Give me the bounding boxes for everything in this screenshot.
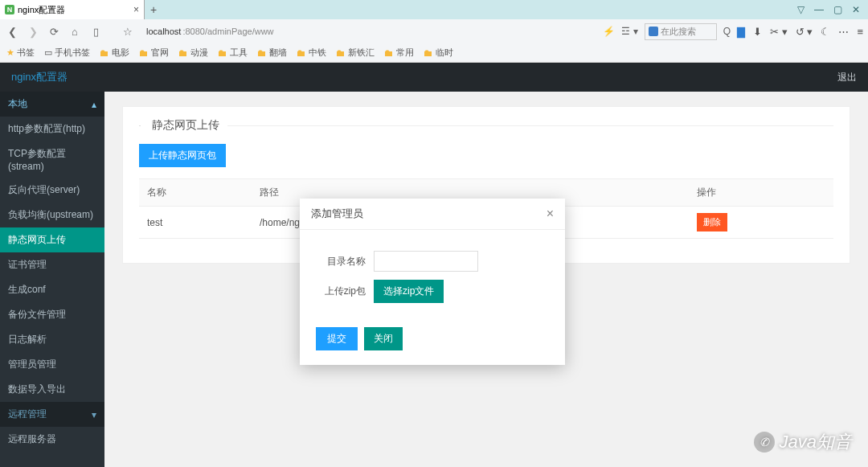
sidebar-item[interactable]: 备份文件管理 [0,302,104,327]
logout-link[interactable]: 退出 [837,71,857,84]
bookmark-item[interactable]: 🖿官网 [139,47,169,59]
nav-refresh-icon[interactable]: ⟳ [47,26,61,38]
window-maximize-icon[interactable]: ▢ [833,4,842,15]
nav-readmode-icon[interactable]: ▯ [88,26,103,38]
more-icon[interactable]: ⋯ [838,26,849,38]
tab-title: nginx配置器 [18,4,65,16]
folder-icon: 🖿 [336,47,346,59]
tab-favicon: N [5,5,14,14]
chevron-down-icon: ▾ [92,409,96,420]
bookmark-label: 动漫 [190,47,208,59]
scissors-icon[interactable]: ✂ ▾ [770,26,788,38]
app-header: nginx配置器 退出 [0,63,868,92]
sidebar-item[interactable]: 数据导入导出 [0,377,104,402]
tab-close-icon[interactable]: × [133,4,139,15]
modal-header: 添加管理员 × [300,199,565,230]
modal-body: 目录名称 上传zip包 选择zip文件 [300,230,565,319]
window-close-icon[interactable]: ✕ [852,4,860,15]
upload-package-button[interactable]: 上传静态网页包 [139,144,226,167]
sidebar-group-label: 远程管理 [8,408,47,421]
bookmark-label: 常用 [396,47,414,59]
window-extra-icon[interactable]: ▽ [797,4,805,15]
bookmark-item[interactable]: 🖿新铁汇 [336,47,375,59]
undo-icon[interactable]: ↺ ▾ [796,26,813,38]
bookmark-label: 手机书签 [55,47,90,59]
app-brand: nginx配置器 [11,70,68,84]
watermark: ✆ Java知音 [754,430,852,454]
window-controls: ▽ — ▢ ✕ [797,4,868,15]
browser-address-row: ❮ ❯ ⟳ ⌂ ▯ ☆ localhost:8080/adminPage/www… [0,19,868,43]
bookmark-label: 工具 [230,47,248,59]
close-button[interactable]: 关闭 [364,327,403,350]
chevron-up-icon: ▴ [92,99,96,110]
folder-icon: 🖿 [178,47,188,59]
browser-search-input[interactable]: 在此搜索 [645,23,717,40]
sidebar-item[interactable]: TCP参数配置(stream) [0,141,104,178]
bookmark-label: 书签 [17,47,35,59]
bookmark-item[interactable]: 🖿中铁 [297,47,326,59]
bookmarks-bar: ★书签▭手机书签🖿电影🖿官网🖿动漫🖿工具🖿翻墙🖿中铁🖿新铁汇🖿常用🖿临时 [0,43,868,63]
bookmark-item[interactable]: 🖿翻墙 [257,47,287,59]
sidebar-item[interactable]: 日志解析 [0,327,104,352]
zip-label: 上传zip包 [316,285,366,298]
bookmark-item[interactable]: 🖿电影 [100,47,129,59]
new-tab-button[interactable]: + [145,1,162,18]
search-engine-icon [649,27,658,36]
folder-icon: 🖿 [297,47,306,59]
dir-name-label: 目录名称 [316,255,366,268]
address-bar[interactable]: localhost:8080/adminPage/www [141,24,279,39]
bookmark-item[interactable]: 🖿临时 [424,47,453,59]
bookmark-item[interactable]: ▭手机书签 [44,47,90,59]
modal-close-icon[interactable]: × [547,207,554,221]
folder-icon: 🖿 [257,47,267,59]
delete-button[interactable]: 删除 [697,213,727,231]
add-admin-modal: 添加管理员 × 目录名称 上传zip包 选择zip文件 提交 关闭 [300,199,565,365]
flash-icon[interactable]: ⚡ [603,26,615,37]
sidebar-group-remote[interactable]: 远程管理 ▾ [0,402,104,427]
extension-icon[interactable]: ▇ [737,26,745,38]
dir-name-input[interactable] [374,251,478,272]
darkmode-icon[interactable]: ☾ [821,26,830,38]
window-minimize-icon[interactable]: — [814,4,824,15]
bookmark-label: 新铁汇 [348,47,375,59]
nav-home-icon[interactable]: ⌂ [68,26,82,38]
nav-forward-icon[interactable]: ❯ [26,26,40,38]
sidebar-group-local[interactable]: 本地 ▴ [0,92,104,117]
cell-name: test [139,207,252,239]
sidebar-item[interactable]: 负载均衡(upstream) [0,203,104,227]
modal-title: 添加管理员 [311,207,363,221]
sidebar-item[interactable]: 证书管理 [0,252,104,277]
bookmark-label: 中铁 [309,47,326,59]
nav-back-icon[interactable]: ❮ [5,26,19,38]
bookmark-label: 临时 [436,47,453,59]
download-icon[interactable]: ⬇ [753,26,762,38]
wechat-icon: ✆ [754,432,775,453]
submit-button[interactable]: 提交 [316,327,358,350]
folder-icon: 🖿 [424,47,433,59]
translate-icon[interactable]: ☲ ▾ [621,26,637,37]
bookmark-item[interactable]: 🖿动漫 [178,47,208,59]
folder-icon: 🖿 [100,47,109,59]
sidebar-item[interactable]: 管理员管理 [0,352,104,377]
search-go-icon[interactable]: Q [723,26,731,37]
folder-icon: 🖿 [384,47,394,59]
sidebar-item[interactable]: 反向代理(server) [0,178,104,203]
watermark-text: Java知音 [780,430,852,454]
table-header: 操作 [689,179,833,207]
choose-zip-button[interactable]: 选择zip文件 [374,280,444,303]
bookmark-item[interactable]: 🖿工具 [218,47,248,59]
panel-legend: 静态网页上传 [152,118,219,133]
sidebar-item[interactable]: 生成conf [0,277,104,302]
bookmark-item[interactable]: 🖿常用 [384,47,414,59]
phone-icon: ▭ [44,47,52,58]
addr-star-icon[interactable]: ☆ [121,26,135,38]
hamburger-icon[interactable]: ≡ [857,26,863,38]
sidebar-item[interactable]: http参数配置(http) [0,117,104,141]
browser-tab[interactable]: N nginx配置器 × [0,0,145,19]
sidebar-item[interactable]: 远程服务器 [0,427,104,452]
folder-icon: 🖿 [139,47,149,59]
table-header: 名称 [139,179,252,207]
sidebar-item[interactable]: 静态网页上传 [0,227,104,252]
bookmark-item[interactable]: ★书签 [6,47,35,59]
url-path: :8080/adminPage/www [182,27,273,36]
